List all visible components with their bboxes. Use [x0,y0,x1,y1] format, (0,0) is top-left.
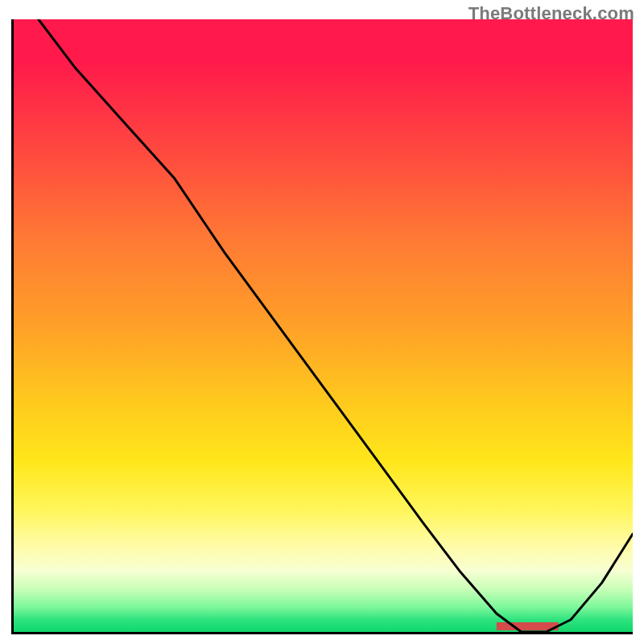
chart-svg [14,19,633,632]
bottleneck-curve [39,19,633,632]
chart-frame [11,19,633,634]
chart-plot-area [11,19,633,634]
